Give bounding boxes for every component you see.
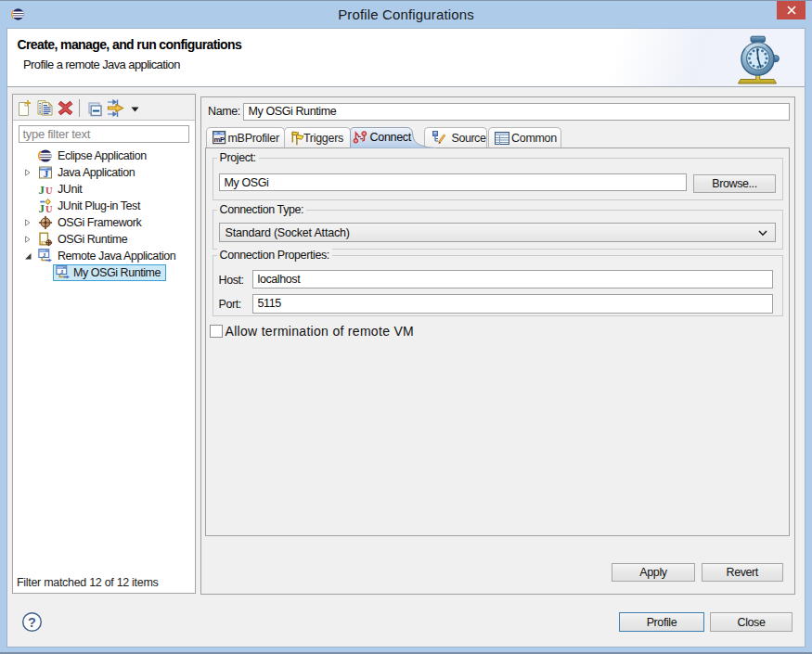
svg-text:U: U [45, 204, 53, 213]
svg-text:U: U [45, 186, 53, 196]
svg-text:J: J [39, 201, 45, 214]
svg-text:J: J [39, 183, 45, 197]
svg-text:mP: mP [213, 135, 225, 143]
svg-text:Connect: Connect [370, 131, 412, 144]
svg-text:?: ? [28, 614, 36, 629]
